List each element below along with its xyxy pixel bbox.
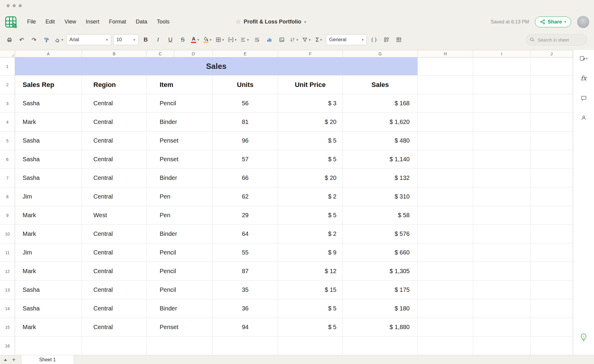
cell-B11[interactable]: Central [82,243,147,262]
cell-J5[interactable] [530,131,573,150]
cell-J16[interactable] [530,337,573,355]
window-zoom-icon[interactable] [19,4,22,7]
cell-B13[interactable]: Central [82,281,147,299]
cell-E8[interactable]: 62 [213,187,278,206]
text-color-button[interactable]: A ▾ [190,34,200,45]
cell-G9[interactable]: $ 58 [343,206,418,225]
cell-B5[interactable]: Central [82,131,147,150]
row-header-12[interactable]: 12 [0,262,15,281]
insights-lightbulb-button[interactable] [577,331,590,344]
row-header-8[interactable]: 8 [0,187,15,206]
menu-tools[interactable]: Tools [152,11,174,32]
cell-J6[interactable] [530,150,573,169]
cell-B15[interactable]: Central [82,318,147,337]
cell-J3[interactable] [530,94,573,113]
cell-F11[interactable]: $ 9 [278,243,343,262]
cell-F5[interactable]: $ 5 [278,131,343,150]
cell-C12[interactable]: Pencil [147,262,213,281]
cell-I15[interactable] [473,318,530,337]
filter-button[interactable]: ▾ [301,34,311,45]
merge-cells-button[interactable]: ▾ [227,34,238,45]
cell-E6[interactable]: 57 [213,150,278,169]
cell-F13[interactable]: $ 15 [278,281,343,299]
cell-E7[interactable]: 66 [213,169,278,187]
column-header-C[interactable]: C [147,50,174,57]
cell-J9[interactable] [530,206,573,225]
number-format-select[interactable]: General ▾ [326,34,367,45]
cell-F7[interactable]: $ 20 [278,169,343,187]
cell-I16[interactable] [473,337,530,355]
cell-J12[interactable] [530,262,573,281]
cell-H4[interactable] [418,113,473,131]
data-grid-button[interactable] [394,34,404,45]
cell-I2[interactable] [473,76,530,94]
cell-C10[interactable]: Binder [147,225,213,243]
row-header-4[interactable]: 4 [0,113,15,131]
cell-B10[interactable]: Central [82,225,147,243]
row-header-15[interactable]: 15 [0,318,15,337]
cell-E16[interactable] [213,337,278,355]
cell-G8[interactable]: $ 310 [343,187,418,206]
cell-H11[interactable] [418,243,473,262]
cell-C16[interactable] [147,337,213,355]
cell-B12[interactable]: Central [82,262,147,281]
cell-G11[interactable]: $ 660 [343,243,418,262]
cell-J11[interactable] [530,243,573,262]
cell-I5[interactable] [473,131,530,150]
cell-J8[interactable] [530,187,573,206]
menu-view[interactable]: View [60,11,81,32]
cell-A14[interactable]: Sasha [15,299,82,318]
cell-A5[interactable]: Sasha [15,131,82,150]
cell-E9[interactable]: 29 [213,206,278,225]
cell-I6[interactable] [473,150,530,169]
cell-C13[interactable]: Pencil [147,281,213,299]
sheet-tab[interactable]: Sheet 1 [21,355,74,364]
redo-button[interactable]: ↷ [29,34,39,45]
cell-H13[interactable] [418,281,473,299]
cell-C4[interactable]: Binder [147,113,213,131]
cell-J15[interactable] [530,318,573,337]
add-sheet-button[interactable]: + [12,357,16,363]
cell-I3[interactable] [473,94,530,113]
cell-A10[interactable]: Mark [15,225,82,243]
font-size-select[interactable]: 10 ▾ [113,34,139,45]
cell-H15[interactable] [418,318,473,337]
window-close-icon[interactable] [7,4,10,7]
column-header-E[interactable]: E [213,50,278,57]
cell-I14[interactable] [473,299,530,318]
cell-J10[interactable] [530,225,573,243]
cell-J1[interactable] [530,57,573,76]
header-cell-sales[interactable]: Sales [343,76,418,94]
row-header-11[interactable]: 11 [0,243,15,262]
column-header-F[interactable]: F [278,50,343,57]
cell-G13[interactable]: $ 175 [343,281,418,299]
cell-A13[interactable]: Sasha [15,281,82,299]
cell-H7[interactable] [418,169,473,187]
share-button[interactable]: Share ▾ [535,17,571,27]
cell-E4[interactable]: 81 [213,113,278,131]
cell-F16[interactable] [278,337,343,355]
panel-toggle-button[interactable]: ▾ [577,52,590,64]
cell-H14[interactable] [418,299,473,318]
cell-G10[interactable]: $ 576 [343,225,418,243]
cell-B16[interactable] [82,337,147,355]
sheet-search[interactable] [526,34,587,45]
cell-E13[interactable]: 35 [213,281,278,299]
row-header-1[interactable]: 1 [0,57,15,76]
column-header-J[interactable]: J [530,50,573,57]
cell-F4[interactable]: $ 20 [278,113,343,131]
menu-insert[interactable]: Insert [81,11,104,32]
row-header-5[interactable]: 5 [0,131,15,150]
wrap-text-button[interactable] [252,34,262,45]
row-header-3[interactable]: 3 [0,94,15,113]
sum-button[interactable]: Σ ▾ [314,34,324,45]
clear-format-button[interactable]: ▾ [54,34,64,45]
cell-F8[interactable]: $ 2 [278,187,343,206]
column-header-B[interactable]: B [82,50,147,57]
cell-F15[interactable]: $ 5 [278,318,343,337]
cell-H12[interactable] [418,262,473,281]
cell-I4[interactable] [473,113,530,131]
cell-C14[interactable]: Binder [147,299,213,318]
cell-A9[interactable]: Mark [15,206,82,225]
cell-F9[interactable]: $ 5 [278,206,343,225]
